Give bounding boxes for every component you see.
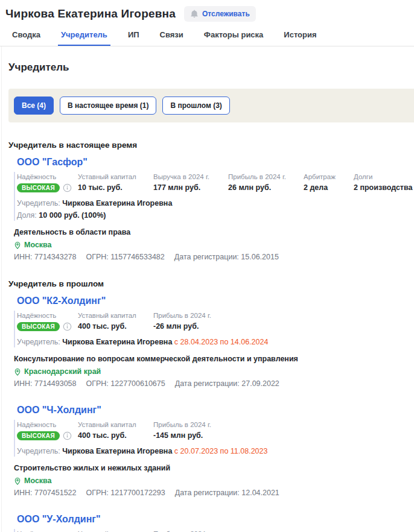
founder-label: Учредитель: xyxy=(17,447,60,455)
stat-column: Надёжность ВЫСОКАЯ xyxy=(17,173,78,192)
stat-value: 10 тыс. руб. xyxy=(78,183,153,192)
tabs: СводкаУчредительИПСвязиФакторы рискаИсто… xyxy=(5,30,409,46)
stat-column: Прибыль в 2024 г. 26 млн руб. xyxy=(228,173,304,192)
stat-label: Прибыль в 2024 г. xyxy=(153,421,229,428)
stat-column: Долги 2 производства xyxy=(354,173,414,192)
track-button-label: Отслеживать xyxy=(202,10,250,18)
track-button[interactable]: Отслеживать xyxy=(184,6,256,22)
info-icon[interactable] xyxy=(63,431,72,440)
founder-name: Чиркова Екатерина Игоревна xyxy=(62,338,172,346)
page-header: Чиркова Екатерина Игоревна Отслеживать С… xyxy=(0,0,414,46)
company-details: Надёжность ВЫСОКАЯ Уставный капитал 10 т… xyxy=(14,172,414,221)
ogrn-value: ОГРН: 1157746533482 xyxy=(86,253,165,261)
founder-period: с 20.07.2023 по 11.08.2023 xyxy=(174,447,268,455)
filter-chip[interactable]: В настоящее время (1) xyxy=(60,97,156,115)
stat-label: Прибыль в 2024 г. xyxy=(153,312,229,319)
tab-сводка[interactable]: Сводка xyxy=(9,30,43,46)
company-card: ООО "Ч-Холдинг" Надёжность ВЫСОКАЯ Устав… xyxy=(14,405,414,497)
stat-column: Арбитраж 2 дела xyxy=(304,173,354,192)
company-details: Надёжность ВЫСОКАЯ Уставный капитал 400 … xyxy=(14,420,414,457)
tab-история[interactable]: История xyxy=(281,30,319,46)
company-region[interactable]: Москва xyxy=(14,241,414,249)
company-requisites: ИНН: 7707451522 ОГРН: 1217700172293 Дата… xyxy=(14,489,414,497)
tab-ип[interactable]: ИП xyxy=(125,30,142,46)
stat-value: -26 млн руб. xyxy=(153,322,229,331)
page-title: Чиркова Екатерина Игоревна xyxy=(5,7,176,21)
reliability-badge: ВЫСОКАЯ xyxy=(17,322,60,331)
region-name: Москва xyxy=(24,241,52,249)
tab-связи[interactable]: Связи xyxy=(157,30,186,46)
ogrn-value: ОГРН: 1227700610675 xyxy=(86,379,165,388)
stat-column: Прибыль в 2024 г. -26 млн руб. xyxy=(153,312,229,331)
company-name-link[interactable]: ООО "У-Холдинг" xyxy=(14,514,101,525)
founder-line: Учредитель: Чиркова Екатерина Игоревна с… xyxy=(17,338,414,346)
share-value: 10 000 руб. (100%) xyxy=(39,211,106,220)
founder-name: Чиркова Екатерина Игоревна xyxy=(62,447,172,455)
inn-value: ИНН: 7707451522 xyxy=(14,489,77,497)
stat-label: Уставный капитал xyxy=(78,421,153,428)
filter-chip[interactable]: Все (4) xyxy=(14,97,54,115)
inn-value: ИНН: 7714343278 xyxy=(14,253,77,261)
company-name-link[interactable]: ООО "Ч-Холдинг" xyxy=(14,405,101,416)
stat-label: Прибыль в 2024 г. xyxy=(228,173,304,180)
stat-value: 177 млн руб. xyxy=(153,183,228,192)
bell-icon xyxy=(190,10,199,18)
company-name-link[interactable]: ООО "К2-Холдинг" xyxy=(14,296,106,306)
location-pin-icon xyxy=(14,241,21,249)
stat-value: ВЫСОКАЯ xyxy=(17,322,78,331)
cards-host: ООО "Гасфор" Надёжность ВЫСОКАЯ Уставный… xyxy=(8,157,414,261)
stat-label: Выручка в 2024 г. xyxy=(153,173,228,180)
company-activity: Консультирование по вопросам коммерческо… xyxy=(14,355,414,363)
share-label: Доля: xyxy=(17,211,37,220)
stat-value: ВЫСОКАЯ xyxy=(17,183,78,192)
company-details: Надёжность ВЫСОКАЯ Уставный капитал 400 … xyxy=(14,311,414,347)
stat-value: 400 тыс. руб. xyxy=(78,431,153,440)
info-icon[interactable] xyxy=(63,183,72,192)
info-icon[interactable] xyxy=(63,322,72,331)
company-card: ООО "У-Холдинг" Надёжность ВЫСОКАЯ Устав… xyxy=(14,514,414,532)
company-name-link[interactable]: ООО "Гасфор" xyxy=(14,157,88,168)
founder-label: Учредитель: xyxy=(17,338,60,346)
filter-chip[interactable]: В прошлом (3) xyxy=(162,97,229,115)
founder-period: с 28.04.2023 по 14.06.2024 xyxy=(174,338,269,346)
stat-label: Долги xyxy=(354,173,414,180)
tab-учредитель[interactable]: Учредитель xyxy=(58,30,110,46)
stat-column: Прибыль в 2024 г. -145 млн руб. xyxy=(153,421,229,440)
founder-section: Учредитель в настоящее время ООО "Гасфор… xyxy=(8,141,414,261)
stat-value: -145 млн руб. xyxy=(153,431,229,440)
reg-date-value: Дата регистрации: 15.06.2015 xyxy=(174,253,279,261)
filter-bar: Все (4)В настоящее время (1)В прошлом (3… xyxy=(8,89,414,122)
founder-line: Учредитель: Чиркова Екатерина Игоревна с… xyxy=(17,447,414,455)
stat-column: Надёжность ВЫСОКАЯ xyxy=(17,312,78,331)
founder-heading: Учредитель xyxy=(8,46,414,74)
stat-column: Надёжность ВЫСОКАЯ xyxy=(17,421,78,440)
stat-column: Уставный капитал 400 тыс. руб. xyxy=(78,312,153,331)
reg-date-value: Дата регистрации: 12.04.2021 xyxy=(175,489,279,497)
founder-name: Чиркова Екатерина Игоревна xyxy=(62,199,172,207)
company-card: ООО "Гасфор" Надёжность ВЫСОКАЯ Уставный… xyxy=(14,157,414,261)
stat-value: 2 производства xyxy=(354,183,414,192)
section-title: Учредитель в прошлом xyxy=(8,279,414,288)
stat-column: Уставный капитал 400 тыс. руб. xyxy=(78,421,153,440)
company-activity: Деятельность в области права xyxy=(14,228,414,236)
founder-label: Учредитель: xyxy=(17,199,60,207)
company-region[interactable]: Москва xyxy=(14,477,414,485)
stat-value: 26 млн руб. xyxy=(228,183,304,192)
main-content: Учредитель Все (4)В настоящее время (1)В… xyxy=(1,46,414,532)
region-name: Краснодарский край xyxy=(24,367,101,376)
section-title: Учредитель в настоящее время xyxy=(8,141,414,150)
tab-факторы-риска[interactable]: Факторы риска xyxy=(201,30,267,46)
inn-value: ИНН: 7714493058 xyxy=(14,379,77,388)
reliability-badge: ВЫСОКАЯ xyxy=(17,183,60,192)
stat-column: Уставный капитал 10 тыс. руб. xyxy=(78,173,153,192)
founder-section: Учредитель в прошлом ООО "К2-Холдинг" На… xyxy=(8,279,414,532)
stat-label: Уставный капитал xyxy=(78,173,153,180)
stat-column: Выручка в 2024 г. 177 млн руб. xyxy=(153,173,228,192)
company-details: Надёжность ВЫСОКАЯ Уставный капитал 400 … xyxy=(14,529,414,532)
sections-host: Учредитель в настоящее время ООО "Гасфор… xyxy=(8,141,414,532)
founder-line: Учредитель: Чиркова Екатерина Игоревна xyxy=(17,199,414,207)
company-region[interactable]: Краснодарский край xyxy=(14,367,414,376)
reliability-badge: ВЫСОКАЯ xyxy=(17,431,60,440)
stat-label: Уставный капитал xyxy=(78,312,153,319)
region-name: Москва xyxy=(24,477,52,485)
